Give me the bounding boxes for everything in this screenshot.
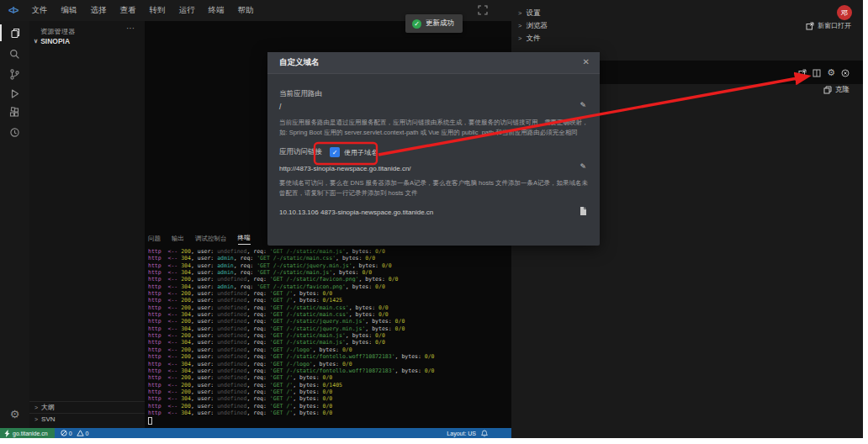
log-line: http <-- 200, user: undefined, req: 'GET…: [148, 388, 508, 395]
log-line: http <-- 200, user: undefined, req: 'GET…: [148, 248, 508, 255]
bell-icon[interactable]: [481, 430, 488, 437]
route-value: /: [279, 103, 281, 111]
menu-run[interactable]: 运行: [172, 5, 201, 16]
log-line: http <-- 304, user: undefined, req: 'GET…: [148, 339, 508, 346]
open-external-icon[interactable]: [798, 69, 807, 77]
new-window-icon: [806, 22, 814, 30]
edit-url-pencil-icon[interactable]: ✎: [580, 162, 586, 171]
menu-terminal[interactable]: 终端: [201, 5, 230, 16]
log-line: http <-- 200, user: undefined, req: 'GET…: [148, 276, 508, 283]
log-line: http <-- 200, user: undefined, req: 'GET…: [148, 346, 508, 353]
tab-debug-console[interactable]: 调试控制台: [195, 235, 227, 245]
log-line: http <-- 304, user: admin, req: 'GET /-/…: [148, 255, 508, 262]
split-view-icon[interactable]: [812, 69, 821, 77]
modal-header: 自定义域名 ✕: [267, 52, 600, 74]
source-control-icon[interactable]: [0, 66, 29, 82]
log-line: http <-- 200, user: undefined, req: 'GET…: [148, 290, 508, 297]
toast-message: 更新成功: [426, 18, 454, 29]
log-line: http <-- 304, user: admin, req: 'GET /-/…: [148, 262, 508, 269]
menu-file[interactable]: 文件: [24, 5, 54, 16]
log-line: http <-- 200, user: undefined, req: 'GET…: [148, 374, 508, 381]
sidebar-section-outline[interactable]: > 大纲: [29, 401, 145, 413]
access-link-label: 应用访问链接: [279, 147, 322, 157]
edit-route-pencil-icon[interactable]: ✎: [580, 101, 586, 109]
menu-edit[interactable]: 编辑: [54, 5, 83, 16]
use-subdomain-checkbox[interactable]: ✓: [330, 147, 340, 157]
user-avatar[interactable]: 邓: [837, 5, 852, 20]
log-line: http <-- 304, user: undefined, req: 'GET…: [148, 395, 508, 402]
log-line: http <-- 304, user: undefined, req: 'GET…: [148, 325, 508, 332]
sidebar-section-svn[interactable]: > SVN: [29, 413, 145, 425]
tab-terminal[interactable]: 终端: [238, 234, 251, 245]
log-line: http <-- 304, user: undefined, req: 'GET…: [148, 410, 508, 416]
log-line: http <-- 200, user: undefined, req: 'GET…: [148, 304, 508, 311]
chevron-right-icon: >: [34, 416, 38, 422]
custom-domain-modal: 自定义域名 ✕ 当前应用路由 / ✎ 当前应用服务路由是通过应用服务配置，应用访…: [267, 52, 600, 246]
log-line: http <-- 304, user: admin, req: 'GET /-/…: [148, 283, 508, 290]
menu-go[interactable]: 转到: [142, 5, 172, 16]
route-description: 当前应用服务路由是通过应用服务配置，应用访问链接由系统生成，要使服务的访问链接可…: [279, 118, 589, 137]
log-line: http <-- 200, user: undefined, req: 'GET…: [148, 382, 508, 388]
menu-help[interactable]: 帮助: [230, 5, 260, 16]
log-line: http <-- 304, user: undefined, req: 'GET…: [148, 311, 508, 318]
log-line: http <-- 304, user: undefined, req: 'GET…: [148, 361, 508, 367]
route-label: 当前应用路由: [279, 89, 322, 99]
search-icon[interactable]: [0, 45, 29, 62]
use-subdomain-label[interactable]: 使用子域名: [344, 148, 378, 157]
extensions-icon[interactable]: [0, 104, 29, 121]
remote-bolt-icon: [4, 430, 10, 437]
error-icon: [61, 430, 67, 436]
terminal-cursor: [148, 417, 152, 425]
copy-hosts-icon[interactable]: [578, 206, 587, 216]
explorer-more-icon[interactable]: ···: [126, 24, 135, 33]
close-circle-icon[interactable]: [841, 69, 849, 77]
chevron-right-icon: >: [518, 34, 521, 42]
remote-indicator[interactable]: go.titanide.cn: [0, 428, 55, 438]
dns-description: 要使域名可访问，要么在 DNS 服务器添加一条A记录，要么在客户电脑 hosts…: [279, 178, 589, 198]
log-line: http <-- 304, user: admin, req: 'GET /-/…: [148, 269, 508, 276]
clone-button[interactable]: 克隆: [823, 84, 849, 96]
warning-icon: [77, 430, 84, 436]
toast-notification: ✓ 更新成功: [405, 14, 463, 33]
section-files[interactable]: > 文件: [511, 32, 863, 45]
success-check-icon: ✓: [412, 19, 421, 29]
hosts-record: 10.10.13.106 4873-sinopia-newspace.go.ti…: [279, 209, 433, 216]
log-line: http <-- 200, user: undefined, req: 'GET…: [148, 353, 508, 360]
log-line: http <-- 200, user: undefined, req: 'GET…: [148, 297, 508, 304]
chevron-down-icon: ∨: [34, 38, 38, 45]
app-access-url: http://4873-sinopia-newspace.go.titanide…: [279, 165, 411, 172]
tab-problems[interactable]: 问题: [148, 235, 161, 245]
log-line: http <-- 200, user: undefined, req: 'GET…: [148, 403, 508, 410]
app-logo-icon: <I>: [0, 6, 24, 15]
clone-icon: [823, 86, 832, 94]
panel-tabs: 问题 输出 调试控制台 终端: [148, 234, 251, 245]
status-bar: go.titanide.cn 0 0 Layout: US: [0, 428, 511, 438]
modal-title: 自定义域名: [279, 57, 320, 68]
activity-bar: ⚙: [0, 21, 29, 428]
fullscreen-toggle-icon[interactable]: [478, 5, 488, 15]
terminal-panel: 问题 输出 调试控制台 终端 http <-- 200, user: undef…: [145, 232, 511, 428]
open-new-window-button[interactable]: 新窗口打开: [806, 20, 851, 31]
tree-root-sinopia[interactable]: ∨ SINOPIA: [34, 37, 70, 45]
preview-settings-gear-icon[interactable]: ⚙: [827, 67, 835, 78]
chevron-right-icon: >: [34, 404, 38, 410]
timer-icon[interactable]: [0, 124, 29, 140]
log-line: http <-- 200, user: undefined, req: 'GET…: [148, 332, 508, 339]
tab-output[interactable]: 输出: [172, 235, 184, 245]
section-settings[interactable]: > 设置: [511, 7, 863, 19]
problems-indicator[interactable]: 0 0: [61, 430, 89, 436]
log-line: http <-- 200, user: undefined, req: 'GET…: [148, 318, 508, 325]
app-root: <I> 文件 编辑 选择 查看 转到 运行 终端 帮助 ⚙: [0, 0, 868, 444]
access-link-row: 应用访问链接 ✓ 使用子域名: [279, 146, 378, 158]
explorer-icon[interactable]: [0, 24, 29, 41]
run-debug-icon[interactable]: [0, 85, 29, 102]
terminal-logs[interactable]: http <-- 200, user: undefined, req: 'GET…: [148, 248, 508, 416]
explorer-header: 资源管理器: [40, 27, 76, 36]
chevron-right-icon: >: [518, 22, 521, 29]
explorer-sidebar: 资源管理器 ··· ∨ SINOPIA > 大纲 > SVN: [29, 21, 145, 428]
keyboard-layout[interactable]: Layout: US: [447, 431, 476, 436]
modal-close-icon[interactable]: ✕: [583, 57, 590, 66]
menu-view[interactable]: 查看: [113, 5, 142, 16]
menu-selection[interactable]: 选择: [83, 5, 113, 16]
manage-gear-icon[interactable]: ⚙: [0, 405, 29, 422]
